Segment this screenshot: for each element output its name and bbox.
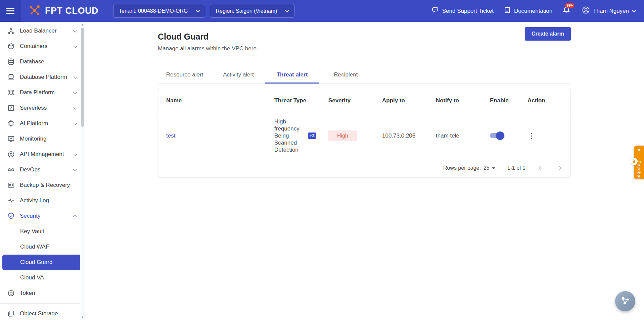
- notify-to-value: tham tele: [436, 132, 490, 139]
- table-row: test High-frequency Being Scanned Detect…: [158, 113, 570, 158]
- column-header-enable: Enable: [490, 97, 527, 104]
- page-title: Cloud Guard: [158, 32, 571, 42]
- region-select-label: Region: Saigon (Vietnam): [216, 8, 277, 14]
- tab-threat-alert[interactable]: Threat alert: [265, 67, 319, 84]
- ai-platform-icon: [7, 120, 15, 127]
- user-avatar-icon: [582, 6, 590, 16]
- user-name: Tham Nguyen: [593, 8, 629, 14]
- rows-per-page-label: Rows per page:: [443, 165, 481, 171]
- sidebar-subitem-label: Cloud Guard: [20, 259, 52, 266]
- sidebar-divider: [0, 303, 85, 304]
- sidebar-item-api-management[interactable]: API Management: [0, 147, 85, 162]
- backup-recovery-icon: [7, 181, 15, 189]
- chevron-down-icon: [632, 8, 636, 12]
- table-footer: Rows per page: 25 1-1 of 1: [158, 158, 570, 177]
- alarm-name-link[interactable]: test: [166, 132, 175, 139]
- sidebar-subitem-cloud-guard[interactable]: Cloud Guard: [2, 255, 82, 270]
- notifications-button[interactable]: 99+: [562, 6, 570, 16]
- support-ticket-button[interactable]: Send Support Ticket: [432, 6, 494, 15]
- enable-toggle[interactable]: [490, 133, 503, 138]
- documentation-button[interactable]: Documentation: [504, 6, 552, 15]
- sidebar: Load Balancer Containers Database: [0, 22, 85, 320]
- sidebar-item-load-balancer[interactable]: Load Balancer: [0, 23, 85, 39]
- tenant-select[interactable]: Tenant: 000488-DEMO-ORG: [113, 4, 205, 18]
- database-platform-icon: [7, 73, 15, 81]
- fpt-logo-icon: [28, 4, 41, 18]
- apply-to-value: 100.73.0.205: [382, 132, 436, 139]
- tenant-select-label: Tenant: 000488-DEMO-ORG: [119, 8, 188, 14]
- sidebar-item-label: Object Storage: [20, 310, 58, 317]
- tab-resource-alert[interactable]: Resource alert: [158, 67, 212, 84]
- previous-page-button[interactable]: [539, 165, 544, 170]
- sidebar-item-object-storage[interactable]: Object Storage: [0, 306, 85, 320]
- token-icon: [7, 289, 15, 297]
- tab-recipient[interactable]: Recipient: [319, 67, 373, 84]
- sidebar-subitem-cloud-waf[interactable]: Cloud WAF: [0, 239, 85, 255]
- droplet-badge: [630, 158, 638, 165]
- threat-type-text: High-frequency Being Scanned Detection: [274, 118, 304, 153]
- tab-activity-alert[interactable]: Activity alert: [212, 67, 265, 84]
- sidebar-item-database[interactable]: Database: [0, 54, 85, 69]
- sidebar-item-label: Token: [20, 290, 35, 297]
- activity-log-icon: [7, 197, 15, 204]
- sidebar-item-backup-recovery[interactable]: Backup & Recovery: [0, 177, 85, 193]
- chevron-down-icon: [73, 121, 77, 125]
- scroll-up-arrow-icon[interactable]: ▲: [80, 22, 85, 27]
- bell-icon: [562, 9, 570, 15]
- sidebar-item-label: DevOps: [20, 166, 40, 173]
- hamburger-menu-button[interactable]: [0, 0, 21, 22]
- notification-count-badge: 99+: [565, 3, 575, 8]
- sidebar-item-ai-platform[interactable]: AI Platform: [0, 116, 85, 131]
- sidebar-item-security[interactable]: Security: [0, 208, 85, 224]
- sidebar-item-containers[interactable]: Containers: [0, 39, 85, 54]
- create-alarm-button[interactable]: Create alarm: [525, 27, 571, 41]
- threat-type-more-badge[interactable]: +3: [308, 132, 316, 139]
- load-balancer-icon: [7, 27, 15, 35]
- column-header-threat-type: Threat Type: [274, 97, 328, 104]
- sidebar-item-devops[interactable]: DevOps: [0, 162, 85, 177]
- sidebar-item-monitoring[interactable]: Monitoring: [0, 131, 85, 147]
- sidebar-item-label: AI Platform: [20, 120, 48, 127]
- hamburger-icon: [6, 7, 14, 15]
- table-header-row: Name Threat Type Severity Apply to Notif…: [158, 88, 570, 113]
- sidebar-scrollbar[interactable]: ▲ ▼: [80, 22, 85, 320]
- caret-down-icon: [492, 167, 495, 169]
- sidebar-item-token[interactable]: Token: [0, 285, 85, 301]
- chevron-down-icon: [73, 29, 77, 32]
- brand-text: FPT CLOUD: [45, 6, 98, 16]
- sidebar-item-serverless[interactable]: Serverless: [0, 100, 85, 116]
- brand-logo[interactable]: FPT CLOUD: [28, 4, 98, 18]
- sidebar-item-data-platform[interactable]: Data Platform: [0, 85, 85, 100]
- column-header-name: Name: [166, 97, 274, 104]
- sidebar-subitem-label: Cloud VA: [20, 274, 44, 281]
- scroll-down-arrow-icon[interactable]: ▼: [80, 315, 85, 320]
- sidebar-item-label: Database Platform: [20, 74, 67, 81]
- sidebar-item-label: Monitoring: [20, 136, 46, 142]
- column-header-notify-to: Notify to: [436, 97, 490, 104]
- region-select[interactable]: Region: Saigon (Vietnam): [210, 4, 294, 18]
- chevron-down-icon: [285, 8, 289, 12]
- topbar: FPT CLOUD Tenant: 000488-DEMO-ORG Region…: [0, 0, 644, 22]
- chevron-down-icon: [73, 152, 77, 156]
- next-page-button[interactable]: [557, 165, 562, 170]
- sidebar-subitem-cloud-va[interactable]: Cloud VA: [0, 270, 85, 285]
- user-menu[interactable]: Tham Nguyen: [582, 6, 635, 16]
- sidebar-scrollbar-thumb[interactable]: [81, 28, 84, 127]
- chevron-down-icon: [73, 44, 77, 48]
- feedback-tab[interactable]: ✕ Feedback: [634, 146, 644, 179]
- sidebar-subitem-key-vault[interactable]: Key Vault: [0, 224, 85, 239]
- chevron-down-icon: [73, 90, 77, 94]
- documentation-icon: [504, 6, 511, 15]
- chevron-down-icon: [73, 106, 77, 109]
- rows-per-page-select[interactable]: 25: [484, 165, 495, 171]
- close-icon[interactable]: ✕: [637, 148, 641, 152]
- row-actions-menu-button[interactable]: ⋮: [527, 132, 536, 140]
- sidebar-item-activity-log[interactable]: Activity Log: [0, 193, 85, 208]
- chevron-down-icon: [73, 167, 77, 171]
- sidebar-item-database-platform[interactable]: Database Platform: [0, 69, 85, 85]
- ai-assistant-button[interactable]: [615, 291, 635, 311]
- page-subtitle: Manage all alarms within the VPC here.: [158, 45, 571, 52]
- severity-badge: High: [328, 130, 357, 141]
- chevron-down-icon: [196, 8, 200, 12]
- sidebar-subitem-label: Key Vault: [20, 228, 44, 235]
